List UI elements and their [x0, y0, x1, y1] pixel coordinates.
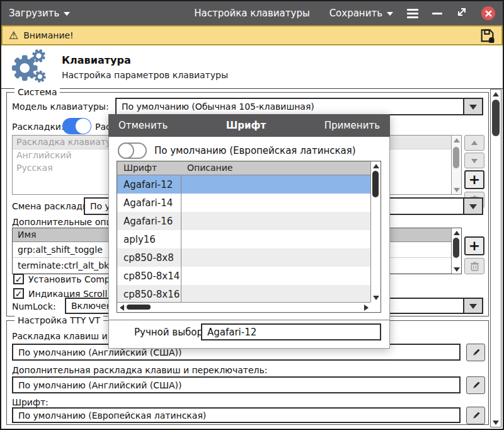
page-subtitle: Настройка параметров клавиатуры — [62, 70, 228, 80]
delete-option-button[interactable] — [464, 258, 484, 274]
description-column-header: Описание — [181, 161, 370, 175]
manual-select-input[interactable] — [201, 323, 381, 340]
table-row[interactable]: cp850-8x14 — [117, 267, 370, 285]
tty-font-label: Шрифт: — [12, 397, 49, 407]
app-header: Клавиатура Настройка параметров клавиату… — [1, 45, 503, 88]
warning-label: Внимание! — [23, 30, 73, 40]
table-row[interactable]: cp850-8x8 — [117, 248, 370, 267]
tty-font-field[interactable] — [12, 407, 461, 423]
font-table-vscrollbar[interactable] — [370, 161, 381, 302]
scroll-up-icon[interactable] — [371, 162, 381, 170]
check-icon: ✓ — [15, 275, 23, 284]
scrollbar-thumb[interactable] — [492, 100, 500, 136]
options-table-scrollbar[interactable] — [451, 228, 461, 274]
page-title: Клавиатура — [62, 54, 228, 66]
chevron-down-icon — [64, 12, 70, 19]
save-menu-button[interactable]: Сохранить — [329, 8, 393, 19]
scroll-down-icon[interactable] — [491, 418, 501, 426]
keyboard-model-combo[interactable]: По умолчанию (Обычная 105-клавишная) — [115, 98, 483, 115]
scroll-down-icon[interactable] — [452, 265, 461, 273]
minimize-icon[interactable] — [432, 13, 442, 15]
chevron-down-icon — [387, 12, 393, 19]
tty-alt-keymap-label: Дополнительная раскладка клавиш и перекл… — [12, 365, 267, 375]
scrollbar-thumb[interactable] — [453, 238, 459, 258]
scroll-up-icon[interactable] — [452, 229, 461, 237]
titlebar: Загрузить Настройка клавиатуры Сохранить — [1, 1, 503, 25]
edit-alt-keymap-button[interactable] — [466, 376, 485, 394]
window-scrollbar[interactable] — [490, 89, 501, 427]
table-row[interactable]: cp850-8x16 — [117, 285, 370, 302]
move-layout-down-button[interactable] — [464, 153, 484, 168]
warning-bar: ⚠ Внимание! — [1, 25, 503, 45]
layouts-label: Раскладки: — [12, 122, 64, 132]
font-dialog-title: Шрифт — [226, 120, 266, 131]
tty-alt-keymap-field[interactable] — [12, 376, 461, 393]
scroll-down-icon[interactable] — [371, 293, 381, 301]
window-title: Настройка клавиатуры — [194, 8, 310, 19]
table-row[interactable]: Agafari-12 — [117, 175, 370, 194]
compose-checkbox[interactable]: ✓ — [13, 274, 24, 284]
font-table-header: Шрифт Описание — [117, 161, 370, 175]
font-dialog-body: По умолчанию (Европейская латинская) Шри… — [108, 137, 390, 349]
dropdown-arrow-icon[interactable] — [463, 199, 482, 214]
tty-legend: Настройка TTY VT — [14, 315, 103, 325]
column-divider — [181, 175, 181, 302]
warning-icon: ⚠ — [9, 30, 18, 41]
table-row[interactable]: Agafari-14 — [117, 194, 370, 212]
font-dialog: Отменить Шрифт Применить По умолчанию (Е… — [108, 114, 390, 349]
load-menu-label: Загрузить — [9, 8, 59, 19]
apply-button[interactable]: Применить — [324, 120, 380, 131]
table-row[interactable]: aply16 — [117, 230, 370, 248]
edit-keymap-button[interactable] — [466, 344, 485, 361]
system-legend: Система — [14, 87, 60, 97]
scroll-up-icon[interactable] — [491, 90, 501, 98]
move-layout-up-button[interactable] — [464, 135, 484, 151]
check-icon: ✓ — [15, 289, 23, 298]
load-menu-button[interactable]: Загрузить — [9, 8, 70, 19]
scroll-lock-checkbox[interactable]: ✓ — [13, 288, 24, 299]
divider — [109, 320, 389, 320]
layouts-toggle[interactable] — [62, 118, 91, 134]
scroll-down-icon[interactable] — [452, 185, 461, 194]
content-area: Система Модель клавиатуры: По умолчанию … — [1, 88, 503, 429]
default-font-toggle-label: По умолчанию (Европейская латинская) — [154, 145, 356, 156]
save-menu-label: Сохранить — [329, 8, 382, 19]
font-table-hscrollbar[interactable] — [117, 302, 370, 312]
table-row[interactable]: Agafari-16 — [117, 212, 370, 230]
scrollbar-thumb[interactable] — [372, 171, 379, 197]
layouts-list-scrollbar[interactable] — [451, 136, 461, 194]
scroll-left-icon[interactable] — [118, 303, 126, 312]
scrollbar-thumb[interactable] — [127, 305, 151, 310]
resize-icon[interactable] — [456, 6, 467, 20]
add-layout-button[interactable]: + — [464, 170, 484, 189]
dropdown-arrow-icon[interactable] — [463, 99, 482, 114]
scrollbar-thumb[interactable] — [453, 147, 459, 168]
menu-icon[interactable] — [407, 9, 418, 18]
dropdown-arrow-icon[interactable] — [463, 299, 482, 313]
save-file-icon[interactable] — [479, 28, 495, 44]
cancel-button[interactable]: Отменить — [118, 120, 168, 131]
default-font-toggle[interactable] — [118, 142, 147, 159]
font-table: Шрифт Описание Agafari-12 Agafari-14 Aga… — [117, 161, 381, 313]
add-option-button[interactable]: + — [464, 236, 484, 255]
edit-font-button[interactable] — [466, 407, 485, 424]
manual-select-label: Ручной выбор: — [134, 327, 206, 338]
keyboard-model-label: Модель клавиатуры: — [12, 102, 109, 112]
font-column-header: Шрифт — [117, 161, 181, 175]
scroll-up-icon[interactable] — [452, 136, 461, 144]
keyboard-model-value: По умолчанию (Обычная 105-клавишная) — [117, 102, 463, 112]
scroll-right-icon[interactable] — [362, 303, 370, 312]
close-button[interactable] — [481, 6, 495, 20]
font-dialog-header: Отменить Шрифт Применить — [108, 114, 390, 137]
app-window: Загрузить Настройка клавиатуры Сохранить — [0, 0, 504, 430]
numlock-label: NumLock: — [12, 301, 56, 311]
gears-icon — [9, 46, 49, 88]
font-table-rows: Шрифт Описание Agafari-12 Agafari-14 Aga… — [117, 161, 370, 302]
